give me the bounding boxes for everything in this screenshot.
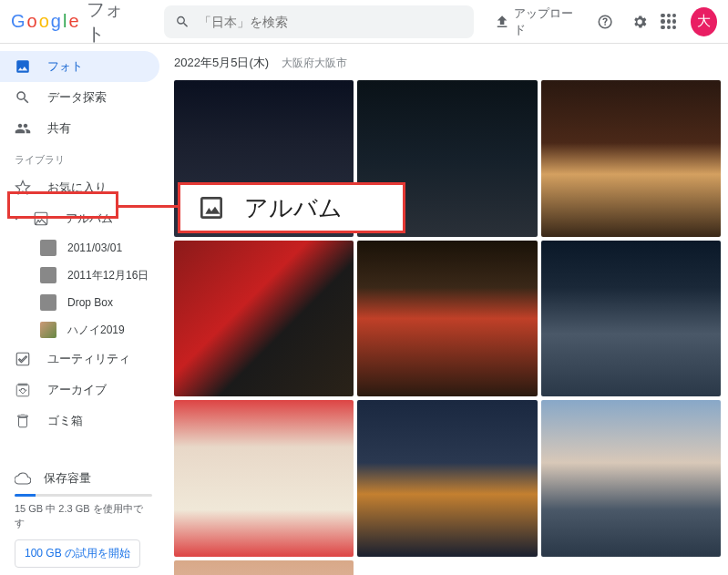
photo-thumbnail[interactable] [541, 241, 721, 397]
nav-label: データ探索 [47, 89, 107, 106]
nav-label: フォト [47, 58, 83, 75]
photo-thumbnail[interactable] [174, 400, 354, 557]
nav-label: アーカイブ [47, 382, 107, 398]
google-photos-logo[interactable]: Google フォト [11, 0, 129, 46]
star-icon [15, 180, 31, 196]
album-item[interactable]: 2011年12月16日 [0, 262, 167, 289]
annotation-connector [118, 205, 178, 208]
annotation-callout: アルバム [178, 182, 405, 233]
archive-icon [15, 382, 31, 398]
nav-trash[interactable]: ゴミ箱 [0, 406, 159, 436]
search-bar[interactable] [164, 5, 474, 38]
nav-label: ユーティリティ [47, 351, 130, 367]
nav-explore[interactable]: データ探索 [0, 82, 159, 113]
settings-icon[interactable] [631, 13, 648, 31]
storage-section: 保存容量 15 GB 中 2.3 GB を使用中です 100 GB の試用を開始 [0, 470, 167, 568]
album-item[interactable]: Drop Box [0, 289, 167, 316]
nav-label: アルバム [66, 210, 113, 227]
nav-favorites[interactable]: お気に入り [0, 172, 159, 203]
storage-bar [15, 494, 152, 497]
album-thumb [40, 267, 56, 283]
header: Google フォト アップロード 大 [0, 0, 728, 44]
sidebar: フォト データ探索 共有 ライブラリ お気に入り アルバム 2011/03/01… [0, 44, 167, 575]
album-thumb [40, 294, 56, 311]
image-icon [15, 58, 31, 75]
date-header: 2022年5月5日(木) 大阪府大阪市 [174, 55, 721, 71]
main-content: 2022年5月5日(木) 大阪府大阪市 [167, 44, 728, 575]
photo-thumbnail[interactable] [174, 241, 354, 397]
photo-thumbnail[interactable] [174, 560, 354, 575]
nav-archive[interactable]: アーカイブ [0, 375, 159, 406]
trash-icon [15, 413, 31, 429]
nav-albums[interactable]: アルバム [0, 203, 159, 234]
utilities-icon [15, 351, 31, 367]
nav-utilities[interactable]: ユーティリティ [0, 344, 159, 375]
photo-thumbnail[interactable] [541, 400, 721, 557]
album-thumb [40, 240, 56, 256]
search-icon [15, 89, 31, 106]
upload-icon [494, 13, 510, 31]
account-avatar[interactable]: 大 [691, 7, 717, 36]
album-icon [33, 210, 49, 227]
album-item[interactable]: ハノイ2019 [0, 316, 167, 344]
nav-sharing[interactable]: 共有 [0, 113, 159, 144]
search-icon [175, 14, 190, 30]
people-icon [15, 120, 31, 137]
album-icon [197, 193, 226, 222]
album-thumb [40, 322, 56, 338]
photo-thumbnail[interactable] [357, 400, 537, 557]
storage-text: 15 GB 中 2.3 GB を使用中です [15, 502, 152, 530]
nav-label: お気に入り [47, 180, 107, 196]
album-item[interactable]: 2011/03/01 [0, 234, 167, 262]
library-section-label: ライブラリ [0, 144, 167, 172]
photo-thumbnail[interactable] [541, 80, 721, 237]
search-input[interactable] [199, 15, 463, 29]
nav-photos[interactable]: フォト [0, 51, 159, 82]
chevron-down-icon [11, 210, 22, 227]
trial-button[interactable]: 100 GB の試用を開始 [15, 539, 140, 568]
apps-icon[interactable] [661, 14, 675, 30]
nav-label: 共有 [47, 120, 71, 137]
cloud-icon [15, 470, 31, 487]
photo-thumbnail[interactable] [357, 241, 537, 397]
help-icon[interactable] [597, 13, 613, 31]
photo-grid [174, 80, 721, 575]
upload-button[interactable]: アップロード [488, 0, 584, 44]
nav-label: ゴミ箱 [47, 413, 83, 429]
